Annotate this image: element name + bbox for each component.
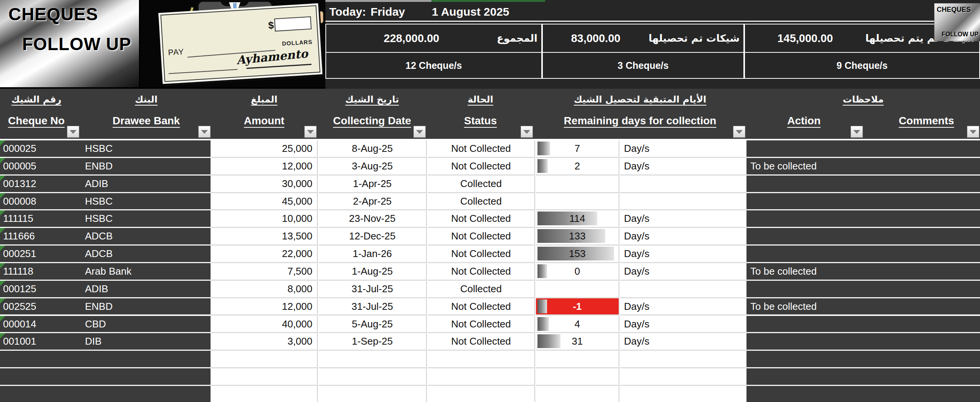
cell-action-comments[interactable]	[746, 140, 980, 158]
cell-amount[interactable]: 13,500	[211, 228, 318, 246]
cell-cheque-and-bank[interactable]: 000008 HSBC	[0, 193, 211, 211]
cell-cheque-and-bank[interactable]	[0, 386, 211, 402]
cell-action-comments[interactable]	[746, 210, 980, 228]
cell-remaining-days[interactable]	[536, 351, 619, 368]
cell-action-comments[interactable]	[746, 228, 980, 246]
filter-dropdown-button[interactable]	[851, 126, 863, 138]
filter-dropdown-button[interactable]	[521, 126, 533, 138]
cell-amount[interactable]: 45,000	[211, 193, 318, 211]
cell-remaining-days[interactable]: 133	[536, 228, 619, 246]
cell-remaining-days[interactable]: 0	[536, 263, 619, 281]
cell-collecting-date[interactable]: 1-Aug-25	[318, 263, 427, 281]
cell-amount[interactable]: 8,000	[211, 281, 318, 298]
summary-value-cell[interactable]: 83,000.00 شيكات تم تحصيلها	[542, 24, 744, 53]
cell-cheque-and-bank[interactable]: 000014 CBD	[0, 316, 211, 334]
cell-day-unit[interactable]: Day/s	[620, 316, 746, 334]
cell-amount[interactable]	[211, 351, 318, 368]
filter-dropdown-button[interactable]	[304, 126, 317, 138]
cell-status[interactable]: Collected	[428, 176, 535, 193]
cell-day-unit[interactable]	[620, 368, 746, 386]
cell-collecting-date[interactable]	[318, 368, 427, 386]
cell-amount[interactable]: 3,000	[211, 333, 318, 351]
filter-dropdown-button[interactable]	[967, 126, 979, 138]
cell-remaining-days[interactable]	[536, 386, 619, 402]
cell-remaining-days[interactable]: 31	[536, 333, 619, 351]
cell-status[interactable]	[428, 368, 535, 386]
cell-remaining-days[interactable]: 4	[536, 316, 619, 334]
cell-amount[interactable]: 40,000	[211, 316, 318, 334]
cell-action-comments[interactable]	[746, 351, 980, 368]
cell-day-unit[interactable]	[620, 193, 746, 211]
cell-amount[interactable]	[211, 368, 318, 386]
cell-cheque-and-bank[interactable]: 000125 ADIB	[0, 281, 211, 298]
cell-status[interactable]	[428, 386, 535, 402]
cell-amount[interactable]: 22,000	[211, 246, 318, 263]
cell-collecting-date[interactable]: 31-Jul-25	[318, 281, 427, 298]
cell-cheque-and-bank[interactable]	[0, 368, 211, 386]
cell-status[interactable]: Not Collected	[428, 316, 535, 334]
cell-remaining-days[interactable]: -1	[536, 298, 619, 316]
cell-amount[interactable]: 7,500	[211, 263, 318, 281]
cell-cheque-and-bank[interactable]: 000251 ADCB	[0, 246, 211, 263]
cell-remaining-days[interactable]: 2	[536, 158, 619, 176]
cell-action-comments[interactable]	[746, 193, 980, 211]
cell-cheque-and-bank[interactable]: 001001 DIB	[0, 333, 211, 351]
cell-amount[interactable]	[211, 386, 318, 402]
cell-cheque-and-bank[interactable]: 002525 ENBD	[0, 298, 211, 316]
cell-day-unit[interactable]: Day/s	[620, 158, 746, 176]
cell-remaining-days[interactable]	[536, 281, 619, 298]
filter-dropdown-button[interactable]	[413, 126, 426, 138]
cell-status[interactable]: Not Collected	[428, 246, 535, 263]
cell-day-unit[interactable]	[620, 386, 746, 402]
cell-action-comments[interactable]	[746, 333, 980, 351]
cell-collecting-date[interactable]: 23-Nov-25	[318, 210, 427, 228]
cell-amount[interactable]: 30,000	[211, 176, 318, 193]
cell-collecting-date[interactable]	[318, 386, 427, 402]
cell-status[interactable]: Collected	[428, 193, 535, 211]
summary-count-cell[interactable]: 3 Cheque/s	[542, 53, 744, 79]
cell-action-comments[interactable]: To be collected	[746, 158, 980, 176]
cell-day-unit[interactable]	[620, 281, 746, 298]
summary-count-cell[interactable]: 12 Cheque/s	[325, 53, 542, 79]
cell-action-comments[interactable]	[746, 368, 980, 386]
cell-collecting-date[interactable]: 8-Aug-25	[318, 140, 427, 158]
cell-day-unit[interactable]: Day/s	[620, 140, 746, 158]
cell-cheque-and-bank[interactable]: 000025 HSBC	[0, 140, 211, 158]
cell-day-unit[interactable]: Day/s	[620, 333, 746, 351]
cell-collecting-date[interactable]: 1-Sep-25	[318, 333, 427, 351]
cell-remaining-days[interactable]: 114	[536, 210, 619, 228]
cell-cheque-and-bank[interactable]	[0, 351, 211, 368]
cell-action-comments[interactable]	[746, 176, 980, 193]
cell-day-unit[interactable]: Day/s	[620, 210, 746, 228]
cell-action-comments[interactable]	[746, 281, 980, 298]
cell-action-comments[interactable]	[746, 246, 980, 263]
cell-collecting-date[interactable]	[318, 351, 427, 368]
cell-cheque-and-bank[interactable]: 001312 ADIB	[0, 176, 211, 193]
cell-action-comments[interactable]: To be collected	[746, 298, 980, 316]
cell-amount[interactable]: 25,000	[211, 140, 318, 158]
cell-collecting-date[interactable]: 31-Jul-25	[318, 298, 427, 316]
cell-status[interactable]: Not Collected	[428, 333, 535, 351]
cell-remaining-days[interactable]	[536, 193, 619, 211]
cell-collecting-date[interactable]: 1-Apr-25	[318, 176, 427, 193]
cell-remaining-days[interactable]	[536, 176, 619, 193]
cell-day-unit[interactable]: Day/s	[620, 263, 746, 281]
cell-day-unit[interactable]: Day/s	[620, 228, 746, 246]
cell-status[interactable]: Not Collected	[428, 263, 535, 281]
cell-amount[interactable]: 10,000	[211, 210, 318, 228]
summary-value-cell[interactable]: 228,000.00 المجموع	[325, 24, 542, 53]
cell-collecting-date[interactable]: 2-Apr-25	[318, 193, 427, 211]
cell-action-comments[interactable]: To be collected	[746, 263, 980, 281]
cell-status[interactable]: Not Collected	[428, 140, 535, 158]
cell-cheque-and-bank[interactable]: 111115 HSBC	[0, 210, 211, 228]
cell-cheque-and-bank[interactable]: 000005 ENBD	[0, 158, 211, 176]
summary-count-cell[interactable]: 9 Cheque/s	[744, 53, 980, 79]
cell-status[interactable]	[428, 351, 535, 368]
filter-dropdown-button[interactable]	[67, 126, 79, 138]
cell-collecting-date[interactable]: 1-Jan-26	[318, 246, 427, 263]
cell-amount[interactable]: 12,000	[211, 158, 318, 176]
cell-day-unit[interactable]: Day/s	[620, 246, 746, 263]
cell-status[interactable]: Collected	[428, 281, 535, 298]
cell-action-comments[interactable]	[746, 316, 980, 334]
cell-collecting-date[interactable]: 12-Dec-25	[318, 228, 427, 246]
